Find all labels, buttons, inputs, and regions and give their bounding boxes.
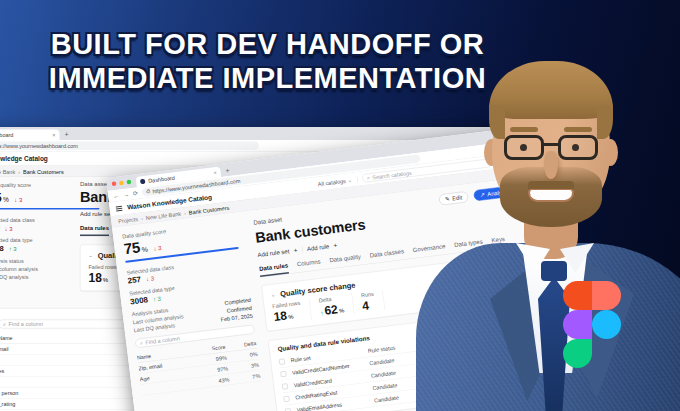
add-rule-set-button[interactable]: Add rule set: [257, 247, 290, 258]
columns-table: Name Score Delta Zip, email99%0% Age97%3…: [136, 337, 260, 395]
delta-stat: Delta ↑62%: [318, 293, 354, 318]
hair: [489, 105, 505, 139]
smile: [528, 189, 574, 202]
tab-close-icon[interactable]: ×: [52, 132, 55, 138]
app-title: Watson Knowledge Catalog: [0, 155, 48, 163]
reload-icon[interactable]: ⟳: [133, 190, 139, 197]
score-delta: ↓ 3: [14, 196, 22, 203]
url-text: https://www.yournewdashboard.com: [0, 143, 78, 149]
tab-data-classes[interactable]: Data classes: [369, 248, 404, 264]
address-bar[interactable]: https://www.yournewdashboard.com: [0, 142, 259, 151]
chevron-down-icon: ⌄: [347, 177, 352, 183]
add-rule-button[interactable]: Add rule: [307, 243, 330, 253]
new-tab-button[interactable]: +: [225, 166, 230, 176]
down-arrow-icon: ↓: [5, 225, 8, 232]
browser-tab[interactable]: Dashboard ×: [0, 130, 60, 141]
lock-icon: [146, 190, 150, 193]
tab-title: Dashboard: [0, 132, 13, 138]
search-icon: ⌕: [366, 174, 370, 181]
down-arrow-icon: ↓: [14, 196, 17, 203]
back-icon[interactable]: ←: [113, 192, 120, 199]
man-portrait: [412, 55, 680, 411]
down-arrow-icon: ↓: [153, 245, 157, 252]
plus-icon[interactable]: +: [333, 241, 338, 249]
down-arrow-icon: ↓: [146, 276, 150, 283]
tab-close-icon[interactable]: ×: [213, 169, 217, 175]
up-arrow-icon: ↑: [9, 246, 12, 253]
checkbox[interactable]: [282, 383, 288, 389]
tie-knot: [541, 261, 567, 281]
breadcrumb-item[interactable]: New Life Bank: [0, 168, 15, 174]
headline-line2: IMMEDIATE IMPLEMENTATION: [0, 61, 535, 95]
figma-logo-blue: [592, 310, 621, 339]
tab-title: Dashboard: [148, 174, 175, 183]
figma-logo-red: [563, 281, 592, 310]
tab-columns[interactable]: Columns: [297, 258, 322, 272]
minimize-window-button[interactable]: [119, 180, 124, 185]
nose: [544, 151, 558, 179]
checkbox[interactable]: [279, 358, 285, 364]
hair: [597, 105, 613, 139]
eye: [572, 144, 579, 151]
catalogs-dropdown[interactable]: All catalogs ⌄: [317, 176, 357, 187]
tab-favicon: [140, 179, 146, 185]
breadcrumb-item[interactable]: Bank Customers: [23, 168, 64, 174]
collapse-icon[interactable]: ⌄: [271, 292, 276, 298]
asset-label: Data asset: [253, 216, 282, 226]
figma-logo-purple: [563, 310, 592, 339]
maximize-window-button[interactable]: [126, 179, 131, 184]
close-window-button[interactable]: [111, 181, 116, 186]
new-tab-button[interactable]: +: [65, 131, 69, 141]
tab-data-rules[interactable]: Data rules: [80, 225, 109, 237]
hamburger-icon[interactable]: [115, 205, 122, 213]
up-arrow-icon: ↑: [153, 296, 157, 303]
eye: [520, 144, 527, 151]
headline: BUILT FOR DEV HANDOFF OR IMMEDIATE IMPLE…: [0, 27, 535, 95]
breadcrumb-item[interactable]: Projects: [118, 216, 138, 224]
add-rule-set-button[interactable]: Add rule set: [80, 210, 112, 217]
figma-logo-salmon: [592, 281, 621, 310]
search-icon: ⌕: [139, 340, 143, 347]
promo-graphic: BUILT FOR DEV HANDOFF OR IMMEDIATE IMPLE…: [0, 0, 680, 411]
failed-rows-stat: Failed rows 18%: [272, 299, 312, 324]
score-delta: ↓ 3: [153, 244, 162, 252]
forward-icon[interactable]: →: [123, 191, 130, 198]
figma-logo: [563, 281, 621, 368]
checkbox[interactable]: [283, 396, 289, 402]
glasses-bridge: [544, 143, 558, 146]
window-controls[interactable]: [111, 175, 132, 190]
figma-logo-green: [563, 339, 592, 368]
eyebrow: [564, 127, 592, 132]
tab-data-rules[interactable]: Data rules: [259, 262, 289, 277]
plus-icon[interactable]: +: [293, 246, 298, 254]
runs-stat: Runs 4: [361, 290, 386, 314]
search-icon: ⌕: [3, 321, 6, 328]
checkbox[interactable]: [280, 371, 286, 377]
eyebrow: [510, 127, 538, 132]
headline-line1: BUILT FOR DEV HANDOFF OR: [0, 27, 535, 61]
collapse-icon[interactable]: ⌄: [89, 253, 93, 259]
tab-data-quality[interactable]: Data quality: [329, 253, 362, 268]
